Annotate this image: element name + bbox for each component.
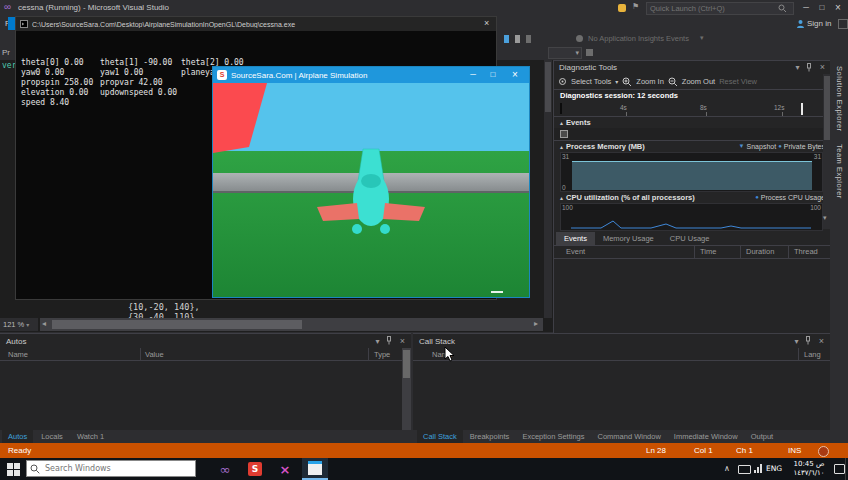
cpu-section-header[interactable]: ▴ CPU utilization (% of all processors) … [554,191,829,203]
diagnostics-header[interactable]: Diagnostic Tools ▾ × [554,61,831,74]
bookmark3-icon[interactable] [526,35,531,43]
bookmark2-icon[interactable] [515,35,520,43]
vertical-scrollbar[interactable] [544,60,552,318]
close-button[interactable]: × [830,2,846,13]
close-icon[interactable]: × [397,336,408,346]
tab-output[interactable]: Output [745,430,780,443]
toolbar-extra-icon[interactable] [586,49,593,56]
close-button[interactable]: × [507,69,523,80]
events-section-header[interactable]: ▴ Events [554,116,837,128]
reset-view-button[interactable]: Reset View [719,77,757,86]
scrollbar-thumb[interactable] [403,350,410,378]
chevron-down-icon[interactable]: ▾ [792,63,803,72]
chevron-down-icon[interactable]: ▾ [372,337,383,346]
simulation-window[interactable]: S SourceSara.Com | Airplane Simulation ─… [212,66,530,298]
collapse-icon[interactable]: ▴ [560,143,563,150]
sourcesara-window-icon: S [217,70,227,80]
taskbar-app-x[interactable]: × [272,458,298,480]
timeline-ruler[interactable]: 4s 8s 12s [554,102,831,117]
pin-icon[interactable] [804,336,812,345]
tab-cpu-usage[interactable]: CPU Usage [662,232,718,245]
tray-chevron-icon[interactable]: ∧ [724,464,730,473]
scroll-left-icon[interactable]: ◂ [42,319,46,328]
app-insights-dropdown-icon[interactable]: ▾ [700,34,704,42]
select-tools-button[interactable]: Select Tools [571,77,611,86]
callstack-header[interactable]: Call Stack ▾ × [413,334,830,348]
taskbar-search-input[interactable] [43,463,187,474]
taskbar-app-active[interactable] [302,458,328,480]
taskbar-search[interactable] [26,460,196,477]
zoom-out-button[interactable]: Zoom Out [682,77,715,86]
pin-icon[interactable] [385,336,393,345]
avatar[interactable] [838,19,848,29]
tab-team-explorer[interactable]: Team Explorer [835,144,844,199]
alert-icon[interactable] [618,4,626,12]
memory-section-header[interactable]: ▴ Process Memory (MB) ▼ Snapshot ● Priva… [554,140,829,152]
toolbar-dropdown[interactable]: ▾ [548,47,582,59]
keyboard-icon[interactable] [738,465,751,474]
column-thread: Thread [794,247,818,256]
tab-immediate-window[interactable]: Immediate Window [668,430,744,443]
tab-exception-settings[interactable]: Exception Settings [516,430,590,443]
app-insights-label[interactable]: No Application Insights Events [588,34,689,43]
close-icon[interactable]: × [816,336,827,346]
sign-in-link[interactable]: Sign in [807,19,831,28]
title-bar[interactable]: ∞ cessna (Running) - Microsoft Visual St… [0,0,848,16]
feedback-icon[interactable] [818,446,829,457]
simulation-titlebar[interactable]: S SourceSara.Com | Airplane Simulation ─… [213,67,529,83]
zoom-in-button[interactable]: Zoom In [636,77,664,86]
scrollbar-thumb[interactable] [52,320,302,329]
horizontal-scrollbar[interactable]: ◂ ▸ [40,318,543,331]
event-marker-icon[interactable] [560,130,568,138]
tab-memory-usage[interactable]: Memory Usage [595,232,662,245]
quick-launch[interactable] [646,2,794,15]
tab-breakpoints[interactable]: Breakpoints [464,430,516,443]
taskbar-app-sourcesara[interactable]: S [242,458,268,480]
close-icon[interactable]: × [484,18,489,28]
tab-events[interactable]: Events [556,232,595,245]
minimize-button[interactable]: ─ [465,70,481,79]
autos-scrollbar[interactable] [402,348,411,431]
close-icon[interactable]: × [817,62,828,72]
tab-locals[interactable]: Locals [35,430,69,443]
taskbar-app-visual-studio[interactable]: ∞ [212,458,238,480]
simulation-viewport[interactable] [213,83,529,297]
quick-launch-input[interactable] [647,4,778,13]
scrollbar-thumb[interactable] [545,62,551,112]
tab-callstack[interactable]: Call Stack [417,430,463,443]
document-tab-fragment[interactable] [8,17,15,30]
legend-snapshot[interactable]: Snapshot [747,143,777,150]
flag-icon[interactable]: ⚑ [632,2,639,11]
scroll-down-icon[interactable]: ▾ [823,214,827,222]
legend-private-bytes[interactable]: Private Bytes [784,143,825,150]
tab-watch1[interactable]: Watch 1 [71,430,110,443]
chevron-down-icon[interactable]: ▾ [615,78,618,85]
action-center-icon[interactable] [834,464,845,474]
network-icon[interactable] [754,464,762,473]
legend-cpu[interactable]: Process CPU Usage [761,194,825,201]
pin-icon[interactable] [805,63,813,72]
collapse-icon[interactable]: ▴ [560,119,563,126]
tab-solution-explorer[interactable]: Solution Explorer [835,66,844,132]
user-icon [796,19,805,28]
section-title: Events [566,118,591,127]
current-time-marker[interactable] [801,103,803,115]
taskbar: ∞ S × ∧ ENG 10:45 ص ١٤٣٧/٦/١٠ [0,458,848,480]
tab-autos[interactable]: Autos [2,430,33,443]
autos-tab-strip: Autos Locals Watch 1 [0,430,413,443]
language-indicator[interactable]: ENG [766,464,782,473]
show-desktop-button[interactable] [845,458,846,480]
bookmark-icon[interactable] [504,35,509,43]
clock[interactable]: 10:45 ص ١٤٣٧/٦/١٠ [786,460,832,478]
minimize-button[interactable]: ─ [798,3,814,12]
console-titlebar[interactable]: C:\Users\SourceSara.Com\Desktop\Airplane… [16,17,496,31]
scroll-right-icon[interactable]: ▸ [534,319,538,328]
autos-header[interactable]: Autos ▾ × [0,334,411,348]
maximize-button[interactable]: □ [814,3,830,12]
maximize-button[interactable]: □ [485,70,501,79]
chevron-down-icon[interactable]: ▾ [791,337,802,346]
collapse-icon[interactable]: ▴ [560,194,563,201]
start-button[interactable] [7,463,20,476]
tab-command-window[interactable]: Command Window [592,430,667,443]
zoom-control[interactable]: 121 % ▾ [0,318,38,331]
